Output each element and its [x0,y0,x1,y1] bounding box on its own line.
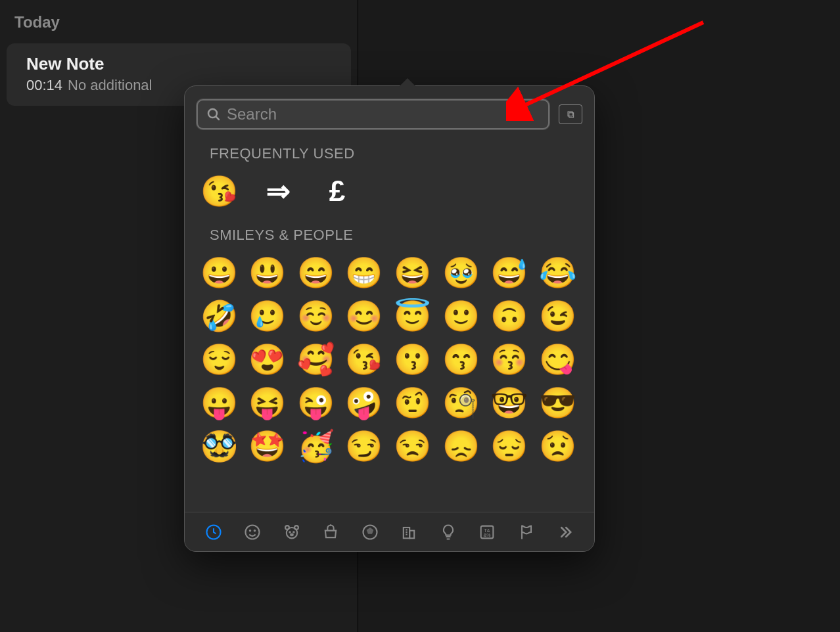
emoji-item[interactable]: 😘 [344,340,384,379]
note-time: 00:14 [26,77,62,93]
emoji-item[interactable]: 🤩 [248,426,287,466]
emoji-item[interactable]: 😘 [199,171,239,211]
emoji-item[interactable]: 🥳 [296,426,335,466]
smileys-people-label: SMILEYS & PEOPLE [195,217,584,250]
svg-point-8 [287,528,297,538]
search-icon [206,106,222,122]
flag-icon [517,523,536,541]
emoji-item[interactable]: 😊 [344,296,384,336]
chevron-double-right-icon [556,523,574,541]
smiley-icon [243,523,262,541]
emoji-category-bar: T&&% [185,512,594,551]
emoji-search-field[interactable] [197,99,549,129]
emoji-item[interactable]: 🤨 [393,383,432,422]
svg-point-3 [246,525,260,539]
emoji-item[interactable]: 🤓 [490,383,529,422]
building-icon [400,523,418,541]
category-recents-button[interactable] [202,520,225,544]
section-today-label: Today [7,8,351,41]
svg-point-4 [250,530,250,530]
emoji-item[interactable]: 😂 [538,253,577,292]
emoji-item[interactable]: ⇒ [258,171,298,211]
emoji-item[interactable]: 😇 [393,296,432,336]
svg-line-1 [216,116,219,120]
emoji-item[interactable]: 🥸 [199,426,239,466]
emoji-item[interactable]: 😁 [344,253,384,292]
emoji-item[interactable]: 😃 [248,253,287,292]
expand-character-viewer-button[interactable]: ⧉ [559,104,582,124]
emoji-item[interactable]: 🙃 [490,296,529,336]
category-flags-button[interactable] [515,520,538,544]
note-snippet: No additional [68,77,152,93]
emoji-item[interactable]: 😌 [199,340,239,379]
emoji-item[interactable]: 😔 [490,426,529,466]
emoji-item[interactable]: 😅 [490,253,529,292]
lightbulb-icon [439,523,457,541]
emoji-item[interactable]: 🥲 [248,296,287,336]
emoji-item[interactable]: 🙂 [441,296,480,336]
frequently-used-row: 😘 ⇒ £ [195,169,584,217]
soccer-icon [361,523,379,541]
category-objects-button[interactable] [436,520,460,544]
note-title: New Note [26,54,337,74]
emoji-item[interactable]: 🥹 [441,253,480,292]
frequently-used-label: FREQUENTLY USED [195,136,584,169]
emoji-grid-row: 😛 😝 😜 🤪 🤨 🧐 🤓 😎 [195,380,584,424]
emoji-item[interactable]: 😍 [248,340,287,379]
emoji-search-input[interactable] [227,105,540,124]
emoji-item[interactable]: 🤪 [344,383,384,422]
category-animals-button[interactable] [280,520,304,544]
category-more-button[interactable] [553,520,577,544]
category-travel-button[interactable] [397,520,421,544]
clock-icon [204,523,223,541]
food-icon [321,523,340,541]
svg-point-11 [291,533,293,535]
window-expand-icon: ⧉ [567,108,574,120]
emoji-grid-row: 🤣 🥲 ☺️ 😊 😇 🙂 🙃 😉 [195,294,584,337]
emoji-item[interactable]: 😉 [538,296,577,336]
emoji-grid-row: 🥸 🤩 🥳 😏 😒 😞 😔 😟 [195,424,584,467]
svg-rect-16 [409,530,414,538]
emoji-grid-row: 😌 😍 🥰 😘 😗 😙 😚 😋 [195,337,584,380]
emoji-item[interactable]: 😟 [538,426,577,466]
emoji-search-row: ⧉ [185,86,594,136]
svg-point-9 [289,531,290,532]
emoji-item[interactable]: 😋 [538,340,577,379]
emoji-scroll-area[interactable]: FREQUENTLY USED 😘 ⇒ £ SMILEYS & PEOPLE 😀… [185,136,594,512]
emoji-item[interactable]: 😆 [393,253,432,292]
emoji-item[interactable]: 😙 [441,340,480,379]
emoji-item[interactable]: 😒 [393,426,432,466]
emoji-picker-popover: ⧉ FREQUENTLY USED 😘 ⇒ £ SMILEYS & PEOPLE… [184,85,595,552]
svg-text:&%: &% [484,533,491,537]
emoji-item[interactable]: 😀 [199,253,239,292]
emoji-item[interactable]: 😛 [199,383,239,422]
emoji-grid-row: 😀 😃 😄 😁 😆 🥹 😅 😂 [195,250,584,294]
emoji-item[interactable]: 😗 [393,340,432,379]
emoji-item[interactable]: £ [317,171,357,211]
svg-point-10 [293,531,294,532]
symbols-icon: T&&% [478,523,496,541]
emoji-item[interactable]: 😏 [344,426,384,466]
bear-icon [283,523,301,541]
emoji-item[interactable]: 🤣 [199,296,239,336]
category-smileys-button[interactable] [241,520,264,544]
emoji-item[interactable]: 😎 [538,383,577,422]
emoji-item[interactable]: 😚 [490,340,529,379]
emoji-item[interactable]: 😜 [296,383,335,422]
emoji-item[interactable]: 😞 [441,426,480,466]
svg-marker-14 [367,528,373,533]
category-symbols-button[interactable]: T&&% [475,520,499,544]
category-activity-button[interactable] [358,520,382,544]
emoji-item[interactable]: 🧐 [441,383,480,422]
emoji-item[interactable]: 😝 [248,383,287,422]
svg-point-5 [254,530,255,530]
emoji-item[interactable]: ☺️ [296,296,335,336]
emoji-item[interactable]: 🥰 [296,340,335,379]
svg-text:T&: T& [484,528,490,533]
category-food-button[interactable] [319,520,342,544]
emoji-item[interactable]: 😄 [296,253,335,292]
